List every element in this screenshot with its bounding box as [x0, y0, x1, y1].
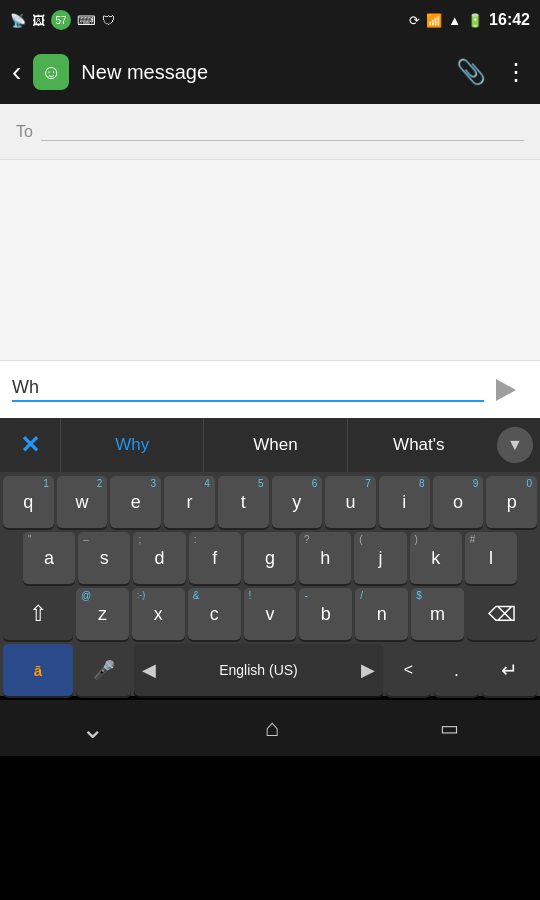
key-y[interactable]: 6y: [272, 476, 323, 528]
amazon-key[interactable]: ā: [3, 644, 73, 696]
backspace-key[interactable]: ⌫: [467, 588, 537, 640]
key-e[interactable]: 3e: [110, 476, 161, 528]
key-s[interactable]: –s: [78, 532, 130, 584]
key-p[interactable]: 0p: [486, 476, 537, 528]
key-z[interactable]: @z: [76, 588, 129, 640]
key-g[interactable]: g: [244, 532, 296, 584]
keyboard: 1q 2w 3e 4r 5t 6y 7u 8i 9o 0p "a –s ;d :…: [0, 472, 540, 696]
antenna-icon: 📡: [10, 13, 26, 28]
app-title: New message: [81, 61, 444, 84]
clock: 16:42: [489, 11, 530, 29]
keyboard-icon: ⌨: [77, 13, 96, 28]
keyboard-row-3: ⇧ @z :-)x &c !v -b /n $m ⌫: [3, 588, 537, 640]
expand-icon: ▼: [497, 427, 533, 463]
key-v[interactable]: !v: [244, 588, 297, 640]
app-bar: ‹ ☺ New message 📎 ⋮: [0, 40, 540, 104]
badge-57: 57: [51, 10, 71, 30]
space-key[interactable]: ◀ English (US) ▶: [134, 644, 383, 696]
signal-icon: ▲: [448, 13, 461, 28]
battery-icon: 🔋: [467, 13, 483, 28]
attach-button[interactable]: 📎: [456, 58, 486, 86]
status-bar-left: 📡 🖼 57 ⌨ 🛡: [10, 10, 115, 30]
status-bar-right: ⟳ 📶 ▲ 🔋 16:42: [409, 11, 530, 29]
to-input[interactable]: [41, 122, 524, 140]
suggestions-expand-button[interactable]: ▼: [490, 418, 540, 472]
key-h[interactable]: ?h: [299, 532, 351, 584]
suggestions-close-button[interactable]: ✕: [0, 418, 60, 472]
key-q[interactable]: 1q: [3, 476, 54, 528]
to-section: To: [0, 104, 540, 160]
key-r[interactable]: 4r: [164, 476, 215, 528]
back-nav-button[interactable]: ⌄: [81, 712, 104, 745]
key-b[interactable]: -b: [299, 588, 352, 640]
keyboard-row-2: "a –s ;d :f g ?h (j )k #l: [3, 532, 537, 584]
key-k[interactable]: )k: [410, 532, 462, 584]
key-u[interactable]: 7u: [325, 476, 376, 528]
space-arrow-left-icon: ◀: [134, 659, 164, 681]
app-bar-actions: 📎 ⋮: [456, 58, 528, 86]
message-input[interactable]: [12, 377, 484, 402]
more-button[interactable]: ⋮: [504, 58, 528, 86]
mic-key[interactable]: 🎤: [76, 644, 131, 696]
key-l[interactable]: #l: [465, 532, 517, 584]
dot-key[interactable]: .: [434, 644, 479, 696]
wifi-icon: 📶: [426, 13, 442, 28]
back-button[interactable]: ‹: [12, 56, 21, 88]
message-input-row: [0, 360, 540, 418]
suggestion-whats[interactable]: What's: [347, 418, 490, 472]
suggestion-why[interactable]: Why: [60, 418, 203, 472]
keyboard-row-1: 1q 2w 3e 4r 5t 6y 7u 8i 9o 0p: [3, 476, 537, 528]
key-w[interactable]: 2w: [57, 476, 108, 528]
enter-key[interactable]: ↵: [482, 644, 537, 696]
key-x[interactable]: :-)x: [132, 588, 185, 640]
space-arrow-right-icon: ▶: [353, 659, 383, 681]
home-nav-button[interactable]: ⌂: [265, 714, 280, 742]
key-f[interactable]: :f: [189, 532, 241, 584]
key-j[interactable]: (j: [354, 532, 406, 584]
key-i[interactable]: 8i: [379, 476, 430, 528]
angle-key[interactable]: <: [386, 644, 431, 696]
message-area[interactable]: [0, 160, 540, 360]
shield-icon: 🛡: [102, 13, 115, 28]
send-icon: [496, 379, 516, 401]
key-a[interactable]: "a: [23, 532, 75, 584]
key-o[interactable]: 9o: [433, 476, 484, 528]
key-t[interactable]: 5t: [218, 476, 269, 528]
nav-bar: ⌄ ⌂ ▭: [0, 700, 540, 756]
app-icon: ☺: [33, 54, 69, 90]
key-c[interactable]: &c: [188, 588, 241, 640]
space-label: English (US): [164, 662, 353, 678]
status-bar: 📡 🖼 57 ⌨ 🛡 ⟳ 📶 ▲ 🔋 16:42: [0, 0, 540, 40]
key-n[interactable]: /n: [355, 588, 408, 640]
rotate-icon: ⟳: [409, 13, 420, 28]
shift-key[interactable]: ⇧: [3, 588, 73, 640]
keyboard-row-4: ā 🎤 ◀ English (US) ▶ < . ↵: [3, 644, 537, 696]
screenshot-icon: 🖼: [32, 13, 45, 28]
key-d[interactable]: ;d: [133, 532, 185, 584]
suggestion-when[interactable]: When: [203, 418, 346, 472]
recents-nav-button[interactable]: ▭: [440, 716, 459, 740]
suggestions-bar: ✕ Why When What's ▼: [0, 418, 540, 472]
key-m[interactable]: $m: [411, 588, 464, 640]
to-label: To: [16, 123, 33, 141]
send-button[interactable]: [484, 368, 528, 412]
